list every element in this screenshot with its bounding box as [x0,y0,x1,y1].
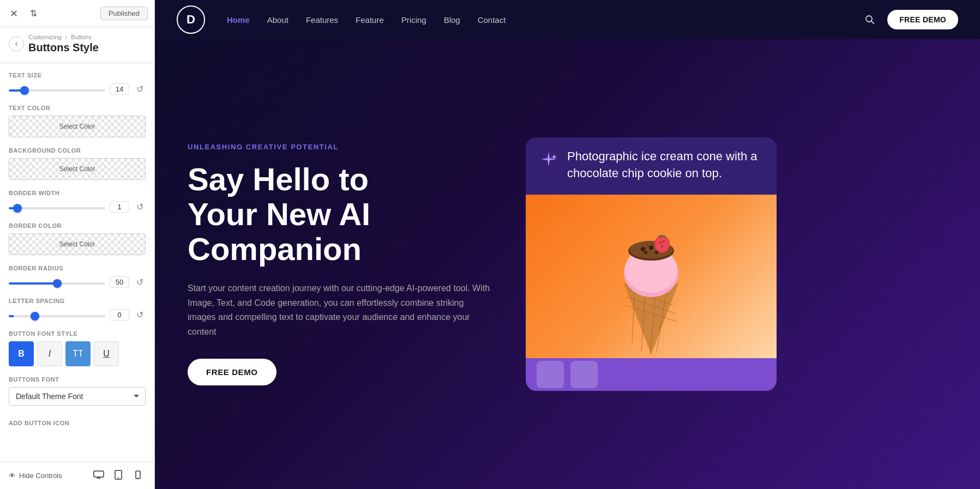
border-width-row: 1 ↺ [9,201,146,213]
nav-link-features[interactable]: Features [306,15,338,25]
bg-color-picker-label: Select Color [9,159,145,179]
border-width-label: BORDER WIDTH [9,190,146,196]
svg-point-18 [641,247,645,251]
nav-links: Home About Features Feature Pricing Blog… [227,15,863,25]
left-panel: ✕ ⇅ Published ‹ Customizing › Buttons Bu… [0,0,155,489]
border-radius-group: BORDER RADIUS 50 ↺ [9,265,146,288]
nav-link-contact[interactable]: Contact [478,15,506,25]
top-bar-left: ✕ ⇅ [7,7,40,21]
border-radius-slider[interactable] [9,282,105,285]
nav-link-about[interactable]: About [267,15,288,25]
svg-point-4 [137,477,139,478]
underline-button[interactable]: U [94,341,119,366]
svg-point-19 [649,245,653,250]
card-thumb-1 [537,361,564,388]
controls-area: TEXT SIZE 14 ↺ TEXT COLOR Select Color B… [0,63,154,462]
site-nav: D Home About Features Feature Pricing Bl… [155,0,980,39]
breadcrumb: Customizing › Buttons [28,34,146,40]
buttons-font-label: BUTTONS FONT [9,376,146,383]
nav-search-button[interactable] [863,13,876,26]
published-button[interactable]: Published [100,7,148,20]
bold-button[interactable]: B [9,341,34,366]
panel-title: Buttons Style [28,41,146,54]
text-color-group: TEXT COLOR Select Color [9,105,146,137]
add-button-icon-label: ADD BUTTON ICON [9,420,146,426]
hide-controls-button[interactable]: 👁 Hide Controls [9,472,62,480]
close-button[interactable]: ✕ [7,7,21,21]
sort-icon: ⇅ [30,8,37,19]
bg-color-label: BACKGROUND COLOR [9,147,146,154]
text-size-slider-container [9,84,105,94]
border-radius-value[interactable]: 50 [110,276,129,288]
border-color-label: BORDER COLOR [9,222,146,229]
desktop-icon [93,470,104,481]
border-color-picker[interactable]: Select Color [9,233,146,255]
border-width-slider-container [9,202,105,212]
border-color-group: BORDER COLOR Select Color [9,222,146,255]
nav-link-blog[interactable]: Blog [444,15,460,25]
border-width-value[interactable]: 1 [110,201,129,213]
ai-card-text: Photographic ice cream cone with a choco… [567,148,763,182]
view-icons [91,468,146,484]
border-radius-slider-container [9,277,105,287]
ai-card: Photographic ice cream cone with a choco… [526,137,777,391]
svg-point-24 [656,237,669,252]
border-width-group: BORDER WIDTH 1 ↺ [9,190,146,213]
panel-title-block: Customizing › Buttons Buttons Style [28,34,146,54]
text-color-label: TEXT COLOR [9,105,146,111]
svg-point-21 [644,251,647,254]
svg-point-27 [662,245,663,247]
letter-spacing-row: 0 ↺ [9,309,146,321]
bg-color-picker[interactable]: Select Color [9,158,146,180]
letter-spacing-value[interactable]: 0 [110,309,129,321]
hero-cta-button[interactable]: FREE DEMO [188,359,276,385]
hero-tag: UNLEASHING CREATIVE POTENTIAL [188,143,493,151]
tablet-view-button[interactable] [111,468,126,484]
hero-content: UNLEASHING CREATIVE POTENTIAL Say Hello … [188,143,493,385]
border-radius-reset[interactable]: ↺ [134,276,146,288]
border-width-slider[interactable] [9,207,105,209]
nav-link-home[interactable]: Home [227,15,250,25]
nav-link-pricing[interactable]: Pricing [401,15,426,25]
text-size-group: TEXT SIZE 14 ↺ [9,72,146,95]
text-size-reset[interactable]: ↺ [134,83,146,95]
bottom-bar: 👁 Hide Controls [0,462,154,489]
nav-link-feature[interactable]: Feature [356,15,384,25]
back-arrow-button[interactable]: ‹ [9,36,24,51]
bg-color-group: BACKGROUND COLOR Select Color [9,147,146,180]
hero-section: UNLEASHING CREATIVE POTENTIAL Say Hello … [155,39,980,489]
letter-spacing-slider[interactable] [9,315,105,317]
text-color-picker[interactable]: Select Color [9,116,146,137]
border-width-reset[interactable]: ↺ [134,201,146,213]
sort-button[interactable]: ⇅ [26,7,40,21]
card-thumb-2 [570,361,598,388]
desktop-view-button[interactable] [91,468,106,484]
ai-card-top: Photographic ice cream cone with a choco… [526,137,777,195]
border-radius-row: 50 ↺ [9,276,146,288]
svg-point-5 [866,16,872,22]
mobile-icon [135,470,141,481]
font-style-label: BUTTON FONT STYLE [9,330,146,337]
eye-icon: 👁 [9,472,16,480]
letter-spacing-reset[interactable]: ↺ [134,309,146,321]
tt-button[interactable]: TT [65,341,91,366]
text-size-value[interactable]: 14 [110,83,129,95]
text-size-row: 14 ↺ [9,83,146,95]
nav-cta-button[interactable]: FREE DEMO [887,10,958,29]
buttons-font-select[interactable]: Default Theme Font Arial Georgia Helveti… [9,387,146,406]
hero-description: Start your content creation journey with… [188,281,493,339]
top-bar: ✕ ⇅ Published [0,0,154,27]
italic-button[interactable]: I [37,341,62,366]
tablet-icon [115,470,122,482]
text-size-label: TEXT SIZE [9,72,146,79]
panel-header: ‹ Customizing › Buttons Buttons Style [0,27,154,63]
svg-point-2 [118,477,119,478]
hero-title: Say Hello to Your New AI Companion [188,162,493,266]
site-logo: D [177,5,205,34]
mobile-view-button[interactable] [130,468,146,484]
hero-card-area: Photographic ice cream cone with a choco… [526,137,777,391]
ai-card-image [526,195,777,358]
text-size-slider[interactable] [9,89,105,92]
add-button-icon-group: ADD BUTTON ICON [9,415,146,437]
preview-area: D Home About Features Feature Pricing Bl… [155,0,980,489]
